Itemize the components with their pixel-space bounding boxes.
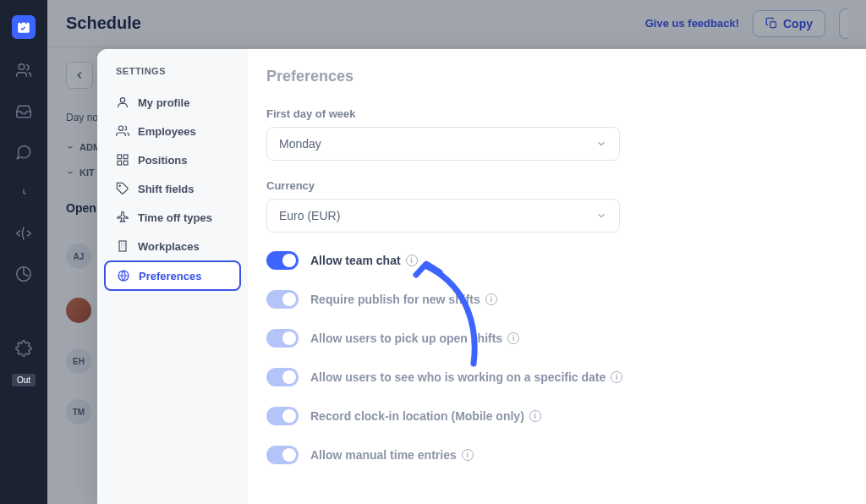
sidebar-item-shift-fields[interactable]: Shift fields — [104, 174, 241, 203]
sidebar-item-time-off[interactable]: Time off types — [104, 203, 241, 232]
sidebar-item-label: My profile — [138, 96, 189, 109]
nav-settings-icon[interactable] — [15, 340, 32, 357]
nav-inbox-icon[interactable] — [15, 103, 32, 120]
first-day-label: First day of week — [266, 107, 866, 120]
sidebar-item-preferences[interactable]: Preferences — [104, 260, 241, 291]
settings-sidebar: SETTINGS My profile Employees Positions … — [97, 49, 248, 504]
user-icon — [116, 96, 129, 109]
toggle-row-team-chat: Allow team chat i — [266, 251, 866, 270]
toggle-row-see-who: Allow users to see who is working on a s… — [266, 368, 866, 386]
svg-point-4 — [120, 98, 124, 102]
preferences-panel: Preferences First day of week Monday Cur… — [248, 49, 866, 504]
first-day-select[interactable]: Monday — [266, 127, 620, 161]
toggle-label: Allow users to pick up open shifts — [310, 331, 502, 345]
toggle-team-chat[interactable] — [266, 251, 299, 270]
app-logo-icon[interactable] — [12, 15, 36, 39]
nav-chat-icon[interactable] — [15, 144, 32, 161]
settings-modal: SETTINGS My profile Employees Positions … — [97, 49, 866, 504]
preferences-title: Preferences — [266, 68, 866, 85]
currency-label: Currency — [266, 179, 866, 192]
info-icon[interactable]: i — [507, 332, 519, 344]
building-icon — [116, 239, 129, 253]
toggle-open-shifts[interactable] — [266, 329, 299, 348]
sidebar-item-label: Shift fields — [138, 183, 194, 195]
svg-rect-7 — [118, 161, 122, 165]
info-icon[interactable]: i — [611, 371, 622, 383]
currency-select[interactable]: Euro (EUR) — [266, 199, 620, 233]
toggle-label: Record clock-in location (Mobile only) — [310, 409, 524, 423]
nav-clock-icon[interactable] — [15, 184, 32, 201]
svg-point-9 — [119, 185, 120, 186]
toggle-row-clock-in: Record clock-in location (Mobile only) i — [266, 407, 866, 425]
select-value: Euro (EUR) — [279, 209, 340, 222]
toggle-label: Allow team chat — [310, 254, 401, 267]
toggle-label: Allow users to see who is working on a s… — [310, 370, 606, 384]
sidebar-item-label: Workplaces — [138, 240, 200, 253]
sidebar-item-employees[interactable]: Employees — [104, 117, 241, 145]
settings-sidebar-title: SETTINGS — [104, 66, 241, 76]
toggle-manual-time[interactable] — [266, 446, 299, 464]
globe-icon — [117, 269, 130, 282]
nav-users-icon[interactable] — [15, 63, 32, 79]
toggle-label: Require publish for new shifts — [310, 293, 480, 306]
sidebar-item-label: Time off types — [138, 211, 212, 224]
svg-point-2 — [22, 347, 26, 351]
users-icon — [116, 124, 129, 138]
chevron-down-icon — [595, 138, 607, 150]
nav-plane-icon[interactable] — [15, 225, 32, 242]
nav-reports-icon[interactable] — [15, 266, 32, 282]
info-icon[interactable]: i — [485, 293, 497, 305]
tag-icon — [116, 182, 129, 195]
sidebar-item-positions[interactable]: Positions — [104, 145, 241, 174]
sidebar-item-label: Preferences — [139, 270, 201, 282]
grid-icon — [116, 153, 129, 167]
sidebar-item-label: Employees — [138, 125, 196, 138]
chevron-down-icon — [595, 210, 607, 222]
toggle-row-manual-time: Allow manual time entries i — [266, 446, 866, 464]
status-out-badge: Out — [12, 374, 36, 386]
app-nav: Out — [0, 0, 47, 504]
info-icon[interactable]: i — [406, 255, 418, 266]
toggle-see-who[interactable] — [266, 368, 299, 386]
plane-icon — [116, 211, 129, 224]
svg-rect-10 — [119, 241, 126, 251]
svg-rect-6 — [123, 155, 128, 159]
toggle-row-open-shifts: Allow users to pick up open shifts i — [266, 329, 866, 348]
select-value: Monday — [279, 137, 321, 151]
info-icon[interactable]: i — [462, 449, 474, 461]
info-icon[interactable]: i — [529, 410, 541, 422]
sidebar-item-label: Positions — [138, 154, 188, 167]
toggle-clock-in[interactable] — [266, 407, 299, 425]
svg-rect-5 — [118, 155, 122, 159]
sidebar-item-profile[interactable]: My profile — [104, 88, 241, 117]
svg-rect-8 — [123, 161, 128, 165]
toggle-label: Allow manual time entries — [310, 448, 457, 462]
toggle-publish[interactable] — [266, 290, 299, 309]
toggle-row-publish: Require publish for new shifts i — [266, 290, 866, 309]
sidebar-item-workplaces[interactable]: Workplaces — [104, 232, 241, 260]
